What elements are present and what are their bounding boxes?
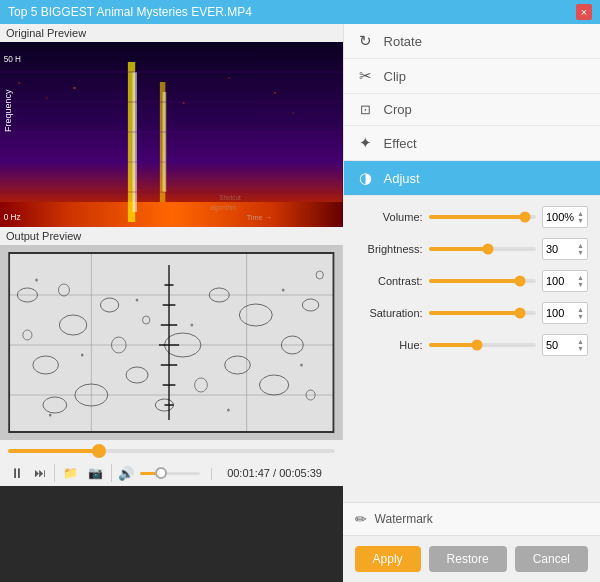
hue-slider-wrap[interactable] xyxy=(429,338,536,352)
contrast-value-box: 100 ▲ ▼ xyxy=(542,270,588,292)
tool-effect[interactable]: ✦ Effect xyxy=(344,126,600,161)
brightness-row: Brightness: 30 ▲ ▼ xyxy=(355,238,588,260)
saturation-fill xyxy=(429,311,520,315)
tool-adjust[interactable]: ◑ Adjust xyxy=(344,161,600,196)
restore-button[interactable]: Restore xyxy=(429,546,507,572)
window-title: Top 5 BIGGEST Animal Mysteries EVER.MP4 xyxy=(8,5,252,19)
svg-rect-18 xyxy=(274,92,276,94)
bottom-buttons: Apply Restore Cancel xyxy=(343,535,600,582)
saturation-thumb[interactable] xyxy=(514,308,525,319)
hue-up[interactable]: ▲ xyxy=(577,338,584,345)
saturation-down[interactable]: ▼ xyxy=(577,313,584,320)
saturation-slider-track[interactable] xyxy=(429,311,536,315)
saturation-label: Saturation: xyxy=(355,307,423,319)
svg-point-65 xyxy=(81,354,84,357)
progress-thumb[interactable] xyxy=(92,444,106,458)
saturation-slider-wrap[interactable] xyxy=(429,306,536,320)
cancel-button[interactable]: Cancel xyxy=(515,546,588,572)
volume-up[interactable]: ▲ xyxy=(577,210,584,217)
left-panel: Original Preview xyxy=(0,24,343,582)
volume-thumb-sm[interactable] xyxy=(520,212,531,223)
svg-rect-3 xyxy=(0,42,343,122)
effect-icon: ✦ xyxy=(356,134,376,152)
contrast-slider-wrap[interactable] xyxy=(429,274,536,288)
adjust-label: Adjust xyxy=(384,171,420,186)
volume-slider-track-wrap[interactable] xyxy=(429,210,536,224)
volume-slider[interactable] xyxy=(140,466,200,480)
svg-rect-7 xyxy=(163,92,167,192)
volume-row: Volume: 100% ▲ ▼ xyxy=(355,206,588,228)
adjust-icon: ◑ xyxy=(356,169,376,187)
brightness-label: Brightness: xyxy=(355,243,423,255)
saturation-value: 100 xyxy=(546,307,564,319)
effect-label: Effect xyxy=(384,136,417,151)
svg-text:algorithm: algorithm xyxy=(210,204,237,212)
svg-rect-13 xyxy=(18,82,20,84)
watermark-icon: ✏ xyxy=(355,511,367,527)
brightness-slider-track[interactable] xyxy=(429,247,536,251)
svg-point-71 xyxy=(282,289,285,292)
contrast-spinners[interactable]: ▲ ▼ xyxy=(577,274,584,288)
brightness-down[interactable]: ▼ xyxy=(577,249,584,256)
hue-thumb[interactable] xyxy=(471,340,482,351)
volume-value-box: 100% ▲ ▼ xyxy=(542,206,588,228)
tool-clip[interactable]: ✂ Clip xyxy=(344,59,600,94)
tool-menu: ↻ Rotate ✂ Clip ⊡ Crop ✦ Effect ◑ Adjust xyxy=(343,24,600,196)
tool-rotate[interactable]: ↻ Rotate xyxy=(344,24,600,59)
folder-button[interactable]: 📁 xyxy=(61,466,80,480)
brightness-thumb[interactable] xyxy=(482,244,493,255)
camera-button[interactable]: 📷 xyxy=(86,466,105,480)
next-button[interactable]: ⏭ xyxy=(32,466,48,480)
svg-text:Frequency: Frequency xyxy=(3,89,13,132)
crop-label: Crop xyxy=(384,102,412,117)
brightness-spinners[interactable]: ▲ ▼ xyxy=(577,242,584,256)
hue-spinners[interactable]: ▲ ▼ xyxy=(577,338,584,352)
volume-thumb[interactable] xyxy=(155,467,167,479)
brightness-up[interactable]: ▲ xyxy=(577,242,584,249)
brightness-fill xyxy=(429,247,488,251)
hue-fill xyxy=(429,343,477,347)
progress-bar-container[interactable] xyxy=(8,444,335,458)
saturation-value-box: 100 ▲ ▼ xyxy=(542,302,588,324)
hue-slider-track[interactable] xyxy=(429,343,536,347)
time-display: 00:01:47 / 00:05:39 xyxy=(227,467,322,479)
volume-spinners[interactable]: ▲ ▼ xyxy=(577,210,584,224)
volume-track[interactable] xyxy=(140,472,200,475)
hue-value-box: 50 ▲ ▼ xyxy=(542,334,588,356)
svg-text:0 Hz: 0 Hz xyxy=(4,212,21,222)
contrast-slider-track[interactable] xyxy=(429,279,536,283)
volume-fill xyxy=(429,215,526,219)
divider-2 xyxy=(111,464,112,482)
contrast-down[interactable]: ▼ xyxy=(577,281,584,288)
progress-area: ⏸ ⏭ 📁 📷 🔊 | 00:01:47 / 00:05:39 xyxy=(0,440,343,486)
contrast-up[interactable]: ▲ xyxy=(577,274,584,281)
tool-crop[interactable]: ⊡ Crop xyxy=(344,94,600,126)
svg-rect-5 xyxy=(132,72,137,212)
svg-point-67 xyxy=(190,324,193,327)
close-button[interactable]: × xyxy=(576,4,592,20)
watermark-section[interactable]: ✏ Watermark xyxy=(343,502,600,535)
crop-icon: ⊡ xyxy=(356,102,376,117)
progress-track[interactable] xyxy=(8,449,335,453)
saturation-spinners[interactable]: ▲ ▼ xyxy=(577,306,584,320)
original-preview-label: Original Preview xyxy=(0,24,343,42)
volume-slider-track[interactable] xyxy=(429,215,536,219)
hue-down[interactable]: ▼ xyxy=(577,345,584,352)
svg-rect-15 xyxy=(73,87,76,89)
svg-text:Shotcut: Shotcut xyxy=(219,194,241,201)
output-preview-label: Output Preview xyxy=(0,227,343,245)
saturation-up[interactable]: ▲ xyxy=(577,306,584,313)
apply-button[interactable]: Apply xyxy=(355,546,421,572)
play-pause-button[interactable]: ⏸ xyxy=(8,465,26,481)
brightness-slider-wrap[interactable] xyxy=(429,242,536,256)
spectrogram-svg: 50 H 0 Hz Frequency Time → Shotcut algor… xyxy=(0,42,343,227)
svg-text:Time →: Time → xyxy=(247,213,272,222)
rotate-label: Rotate xyxy=(384,34,422,49)
current-time: 00:01:47 xyxy=(227,467,270,479)
main-container: Original Preview xyxy=(0,24,600,582)
contrast-thumb[interactable] xyxy=(514,276,525,287)
output-preview xyxy=(0,245,343,440)
volume-label: Volume: xyxy=(355,211,423,223)
volume-down[interactable]: ▼ xyxy=(577,217,584,224)
title-bar: Top 5 BIGGEST Animal Mysteries EVER.MP4 … xyxy=(0,0,600,24)
